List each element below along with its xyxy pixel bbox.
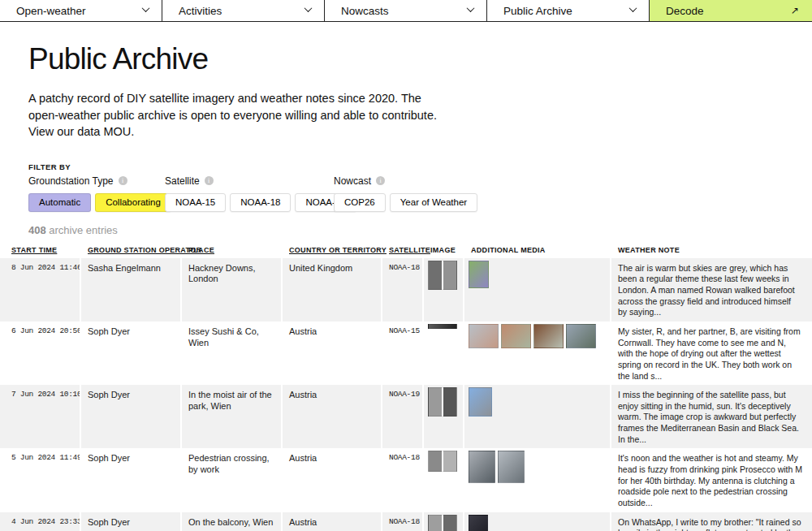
chevron-down-icon: [142, 4, 150, 12]
cell-start-time: 4 Jun 2024 23:33:06: [0, 512, 81, 531]
nav-item-decode[interactable]: Decode ↗: [650, 0, 812, 21]
cell-country: Austria: [283, 322, 382, 385]
filter-button-collaborating[interactable]: Collaborating: [95, 193, 171, 212]
nav-label: Nowcasts: [341, 5, 389, 17]
filter-button-cop26[interactable]: COP26: [334, 193, 386, 212]
filter-group-label: Satellite: [165, 175, 200, 187]
info-icon[interactable]: [376, 176, 385, 185]
filter-group-label: Nowcast: [334, 175, 371, 187]
cell-place: Hackney Downs, London: [182, 258, 283, 322]
nav-item-open-weather[interactable]: Open-weather: [0, 0, 162, 21]
cell-start-time: 5 Jun 2024 11:49:10: [0, 448, 81, 512]
column-header-place[interactable]: PLACE: [182, 246, 283, 258]
count-suffix: archive entries: [46, 224, 118, 236]
nav-label: Open-weather: [16, 5, 86, 17]
media-thumbnail[interactable]: [501, 324, 531, 348]
cell-satellite: NOAA-15: [382, 322, 424, 385]
info-icon[interactable]: [119, 176, 127, 185]
table-header-row: START TIMEGROUND STATION OPERATORPLACECO…: [0, 246, 812, 258]
media-thumbnail[interactable]: [469, 387, 492, 417]
cell-start-time: 7 Jun 2024 10:10:13: [0, 385, 81, 448]
chevron-down-icon: [467, 4, 475, 12]
media-thumbnail[interactable]: [469, 324, 499, 348]
nav-label: Public Archive: [503, 5, 572, 17]
media-thumbnail[interactable]: [469, 261, 489, 288]
cell-satellite: NOAA-18: [382, 258, 424, 322]
data-mou-link[interactable]: View our data MOU.: [28, 123, 784, 140]
table-row[interactable]: 6 Jun 2024 20:50:00Soph DyerIssey Sushi …: [0, 322, 812, 385]
cell-additional-media: [464, 322, 611, 385]
chevron-down-icon: [629, 4, 637, 12]
cell-additional-media: [464, 258, 611, 322]
table-row[interactable]: 5 Jun 2024 11:49:10Soph DyerPedestrian c…: [0, 448, 812, 512]
media-thumbnail[interactable]: [566, 324, 596, 348]
table-row[interactable]: 8 Jun 2024 11:46:39Sasha EngelmannHackne…: [0, 258, 812, 322]
cell-start-time: 8 Jun 2024 11:46:39: [0, 258, 81, 322]
cell-image: [424, 258, 464, 322]
cell-place: Pedestrian crossing, by work: [182, 448, 283, 512]
cell-operator: Sasha Engelmann: [81, 258, 182, 322]
table-row[interactable]: 4 Jun 2024 23:33:06Soph DyerOn the balco…: [0, 512, 812, 531]
satellite-image-thumbnail[interactable]: [428, 387, 457, 417]
cell-image: [424, 385, 464, 448]
cell-country: Austria: [283, 448, 382, 512]
column-header-satellite[interactable]: SATELLITE: [382, 246, 424, 258]
column-header-start-time[interactable]: START TIME: [0, 246, 81, 258]
info-icon[interactable]: [205, 176, 214, 185]
page-title: Public Archive: [28, 42, 784, 76]
satellite-image-thumbnail[interactable]: [428, 324, 457, 329]
cell-operator: Soph Dyer: [81, 322, 182, 385]
satellite-image-thumbnail[interactable]: [428, 451, 457, 472]
filter-group-satellite: Satellite NOAA-15NOAA-18NOAA-19: [165, 175, 334, 212]
cell-operator: Soph Dyer: [81, 512, 182, 531]
nav-item-nowcasts[interactable]: Nowcasts: [325, 0, 487, 21]
cell-weather-note: I miss the beginning of the satellite pa…: [611, 385, 812, 448]
cell-country: Austria: [283, 512, 382, 531]
filter-group-groundstation-type: Groundstation Type AutomaticCollaboratin…: [28, 175, 165, 212]
media-thumbnail[interactable]: [469, 515, 488, 531]
cell-additional-media: [464, 448, 611, 512]
cell-additional-media: [464, 385, 611, 448]
column-header-country-or-territory[interactable]: COUNTRY OR TERRITORY: [283, 246, 382, 258]
filter-group-label: Groundstation Type: [28, 175, 114, 187]
filter-button-automatic[interactable]: Automatic: [28, 193, 91, 212]
satellite-image-thumbnail[interactable]: [428, 515, 457, 531]
media-thumbnail[interactable]: [533, 324, 564, 348]
column-header-weather-note: WEATHER NOTE: [611, 246, 812, 258]
media-thumbnail[interactable]: [498, 451, 525, 483]
archive-entries-count: 408 archive entries: [28, 224, 784, 236]
column-header-ground-station-operator[interactable]: GROUND STATION OPERATOR: [81, 246, 182, 258]
filter-by-label: FILTER BY: [28, 162, 784, 171]
cell-start-time: 6 Jun 2024 20:50:00: [0, 322, 81, 385]
column-header-additional-media: ADDITIONAL MEDIA: [464, 246, 611, 258]
column-header-image: IMAGE: [424, 246, 464, 258]
cell-image: [424, 322, 464, 385]
filter-button-noaa-18[interactable]: NOAA-18: [230, 193, 291, 212]
external-link-arrow-icon: ↗: [791, 6, 799, 15]
table-row[interactable]: 7 Jun 2024 10:10:13Soph DyerIn the moist…: [0, 385, 812, 448]
cell-satellite: NOAA-19: [382, 385, 424, 448]
cell-image: [424, 448, 464, 512]
cell-place: Issey Sushi & Co, Wien: [182, 322, 283, 385]
filter-button-noaa-15[interactable]: NOAA-15: [165, 193, 226, 212]
cell-satellite: NOAA-18: [382, 512, 424, 531]
nav-item-public-archive[interactable]: Public Archive: [487, 0, 650, 21]
filter-button-year-of-weather[interactable]: Year of Weather: [390, 193, 477, 212]
media-thumbnail[interactable]: [469, 451, 495, 483]
top-nav: Open-weather Activities Nowcasts Public …: [0, 0, 812, 22]
cell-weather-note: On WhatsApp, I write to my brother: "It …: [611, 512, 812, 531]
filter-group-nowcast: Nowcast COP26Year of Weather: [334, 175, 784, 212]
intro-line: open-weather public archive is open to e…: [28, 107, 784, 124]
cell-additional-media: [464, 512, 611, 531]
page-intro: A patchy record of DIY satellite imagery…: [28, 90, 784, 140]
cell-satellite: NOAA-18: [382, 448, 424, 512]
intro-line: A patchy record of DIY satellite imagery…: [28, 90, 784, 107]
cell-country: Austria: [283, 385, 382, 448]
cell-weather-note: It's noon and the weather is hot and ste…: [611, 448, 812, 512]
satellite-image-thumbnail[interactable]: [428, 261, 457, 290]
cell-weather-note: My sister, R, and her partner, B, are vi…: [611, 322, 812, 385]
chevron-down-icon: [304, 4, 313, 12]
cell-operator: Soph Dyer: [81, 385, 182, 448]
count-number: 408: [28, 224, 46, 236]
nav-item-activities[interactable]: Activities: [162, 0, 325, 21]
